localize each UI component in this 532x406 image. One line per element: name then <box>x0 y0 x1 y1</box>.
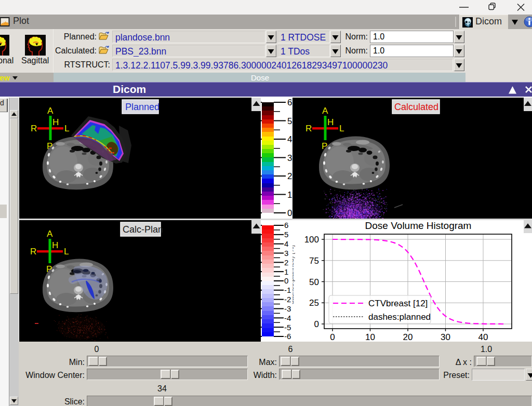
svg-text:P: P <box>322 141 327 151</box>
svg-text:dashes:planned: dashes:planned <box>368 312 431 322</box>
svg-text:6: 6 <box>284 221 288 229</box>
svg-text:L: L <box>339 124 344 133</box>
svg-text:3: 3 <box>287 153 292 163</box>
svg-text:2: 2 <box>287 171 292 181</box>
svg-text:-1: -1 <box>284 286 291 294</box>
svg-text:20: 20 <box>403 332 413 342</box>
svg-text:4: 4 <box>287 134 292 144</box>
svg-text:-4: -4 <box>284 314 291 322</box>
svg-text:1: 1 <box>287 190 292 200</box>
svg-text:dashes:planned) [%]: dashes:planned) [%] <box>292 245 295 304</box>
svg-text:5: 5 <box>287 116 292 126</box>
svg-text:A: A <box>47 106 54 116</box>
svg-text:H: H <box>52 117 59 127</box>
svg-text:R: R <box>305 124 312 133</box>
svg-text:-5: -5 <box>284 323 291 332</box>
svg-text:Dose Volume Histogram: Dose Volume Histogram <box>365 220 472 231</box>
svg-text:-2: -2 <box>284 295 291 304</box>
svg-text:P: P <box>47 141 52 151</box>
svg-text:3: 3 <box>284 249 288 258</box>
svg-text:CTVbreast [12]: CTVbreast [12] <box>368 299 428 308</box>
svg-text:1: 1 <box>284 267 288 276</box>
svg-text:A: A <box>322 106 328 116</box>
svg-text:-6: -6 <box>284 332 291 341</box>
svg-text:Calculated: Calculated <box>394 102 438 112</box>
svg-text:6: 6 <box>287 98 292 107</box>
svg-text:4: 4 <box>284 239 288 248</box>
svg-text:R: R <box>30 247 36 256</box>
svg-text:H: H <box>52 240 58 250</box>
svg-text:10: 10 <box>365 332 375 342</box>
svg-text:75: 75 <box>309 256 319 266</box>
svg-text:0: 0 <box>287 208 292 218</box>
svg-text:Calc-Plan: Calc-Plan <box>123 224 163 235</box>
svg-text:25: 25 <box>309 298 319 308</box>
svg-text:2: 2 <box>284 258 288 267</box>
svg-text:L: L <box>64 247 69 256</box>
svg-text:-3: -3 <box>284 304 291 313</box>
svg-text:A: A <box>47 229 53 239</box>
svg-text:100: 100 <box>304 235 319 245</box>
svg-text:Planned: Planned <box>125 102 159 112</box>
svg-text:P: P <box>46 264 52 274</box>
svg-text:0: 0 <box>330 332 335 342</box>
svg-text:R: R <box>31 124 37 133</box>
svg-text:0: 0 <box>314 319 319 329</box>
svg-text:H: H <box>327 117 334 127</box>
svg-text:0: 0 <box>284 276 288 285</box>
svg-text:40: 40 <box>478 332 488 342</box>
svg-text:L: L <box>64 124 69 133</box>
svg-text:5: 5 <box>284 230 288 239</box>
svg-text:50: 50 <box>309 277 319 287</box>
svg-text:30: 30 <box>441 332 450 342</box>
